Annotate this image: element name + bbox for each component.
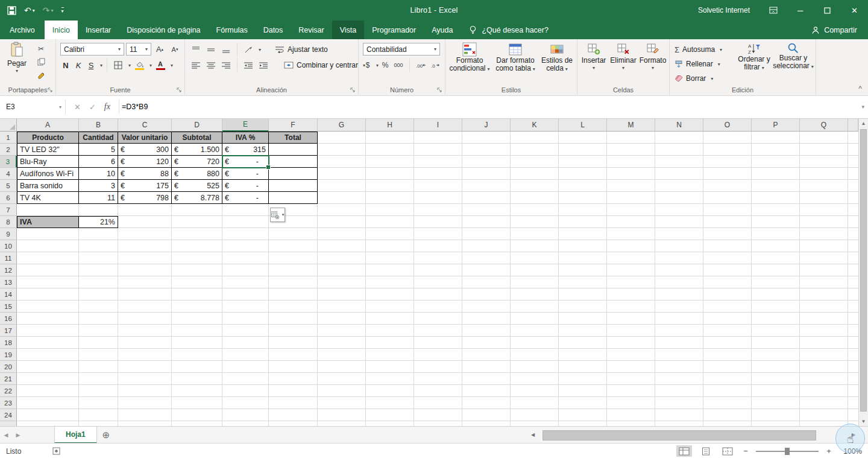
cell-E6[interactable]: €- bbox=[222, 192, 269, 204]
cell-A8[interactable]: IVA bbox=[17, 216, 79, 228]
select-all-corner[interactable] bbox=[0, 118, 17, 132]
row-header-5[interactable]: 5 bbox=[0, 180, 17, 192]
sort-filter-button[interactable]: AZ Ordenar y filtrar▾ bbox=[735, 42, 773, 72]
increase-indent-icon[interactable] bbox=[257, 60, 270, 71]
column-header-B[interactable]: B bbox=[79, 118, 118, 132]
tab-vista[interactable]: Vista bbox=[332, 21, 365, 39]
borders-icon[interactable] bbox=[112, 60, 125, 71]
increase-decimal-icon[interactable]: .00 bbox=[414, 60, 427, 71]
find-dropdown-arrow[interactable]: ▾ bbox=[811, 64, 814, 69]
tab-formulas[interactable]: Fórmulas bbox=[209, 21, 256, 39]
orientation-dropdown-arrow[interactable]: ▾ bbox=[259, 47, 261, 52]
align-top-icon[interactable] bbox=[189, 44, 203, 56]
cell-A3[interactable]: Blu-Ray bbox=[17, 156, 79, 168]
row-header-19[interactable]: 19 bbox=[0, 349, 17, 361]
cell-D5[interactable]: €525 bbox=[172, 180, 222, 192]
tab-insertar[interactable]: Insertar bbox=[78, 21, 119, 39]
delete-dropdown-arrow[interactable]: ▾ bbox=[622, 66, 624, 71]
fill-color-dropdown-arrow[interactable]: ▾ bbox=[149, 63, 152, 68]
column-header-P[interactable]: P bbox=[752, 118, 800, 132]
decrease-indent-icon[interactable] bbox=[242, 60, 255, 71]
undo-button[interactable]: ↶▾ bbox=[24, 5, 35, 15]
cell-A6[interactable]: TV 4K bbox=[17, 192, 79, 204]
clear-button[interactable]: Borrar ▾ bbox=[675, 72, 722, 84]
row-header-14[interactable]: 14 bbox=[0, 288, 17, 301]
column-header-K[interactable]: K bbox=[511, 118, 559, 132]
formula-input[interactable]: =D3*B9 bbox=[122, 103, 148, 111]
confirm-entry-icon[interactable]: ✓ bbox=[89, 103, 96, 112]
page-break-view-icon[interactable] bbox=[720, 445, 735, 457]
row-header-18[interactable]: 18 bbox=[0, 337, 17, 349]
column-header-E[interactable]: E bbox=[222, 118, 269, 132]
row-header-11[interactable]: 11 bbox=[0, 252, 17, 264]
cell-B8[interactable]: 21% bbox=[79, 216, 118, 228]
cut-icon[interactable]: ✂ bbox=[34, 43, 48, 54]
conditional-formatting-button[interactable]: Formato condicional▾ bbox=[448, 42, 491, 73]
merge-center-button[interactable]: Combinar y centrar ▾ bbox=[284, 59, 365, 71]
cell-F6[interactable] bbox=[269, 192, 318, 204]
zoom-in-icon[interactable]: + bbox=[825, 447, 833, 456]
font-size-dropdown-arrow[interactable]: ▾ bbox=[145, 46, 148, 52]
horizontal-scrollbar-thumb[interactable] bbox=[542, 430, 816, 441]
decrease-decimal-icon[interactable]: .0 bbox=[429, 60, 442, 71]
cell-F5[interactable] bbox=[269, 180, 318, 192]
cell-B3[interactable]: 6 bbox=[79, 156, 118, 168]
cell-C5[interactable]: €175 bbox=[118, 180, 172, 192]
redo-button[interactable]: ↷▾ bbox=[43, 5, 54, 15]
copy-icon[interactable] bbox=[34, 56, 48, 68]
tab-disposicion[interactable]: Disposición de página bbox=[119, 21, 208, 39]
cell-D2[interactable]: €1.500 bbox=[172, 144, 222, 156]
font-dialog-launcher-icon[interactable] bbox=[177, 87, 182, 93]
cell-styles-dropdown-arrow[interactable]: ▾ bbox=[565, 66, 568, 72]
cell-E5[interactable]: €- bbox=[222, 180, 269, 192]
column-header-L[interactable]: L bbox=[559, 118, 607, 132]
decrease-font-icon[interactable]: A▾ bbox=[168, 43, 181, 55]
font-color-button[interactable]: A bbox=[154, 61, 167, 70]
format-dropdown-arrow[interactable]: ▾ bbox=[652, 66, 654, 71]
customize-qat-button[interactable]: ▾ bbox=[61, 7, 64, 14]
normal-view-icon[interactable] bbox=[676, 445, 692, 457]
column-header-N[interactable]: N bbox=[655, 118, 703, 132]
sort-dropdown-arrow[interactable]: ▾ bbox=[762, 65, 764, 71]
vertical-scrollbar[interactable]: ▲ ▼ bbox=[858, 118, 868, 426]
align-left-icon[interactable] bbox=[189, 60, 203, 71]
clipboard-dialog-launcher-icon[interactable] bbox=[48, 87, 53, 93]
paste-dropdown-arrow[interactable]: ▾ bbox=[16, 69, 18, 74]
account-name[interactable]: Solvetic Internet bbox=[698, 6, 750, 14]
page-layout-view-icon[interactable] bbox=[698, 445, 714, 457]
comma-style-button[interactable]: 000 bbox=[392, 60, 405, 71]
bold-button[interactable]: N bbox=[60, 61, 71, 70]
column-header-C[interactable]: C bbox=[118, 118, 172, 132]
fill-dropdown-arrow[interactable]: ▾ bbox=[718, 62, 720, 67]
cell-B4[interactable]: 10 bbox=[79, 168, 118, 180]
accounting-format-button[interactable]: $ bbox=[363, 60, 373, 71]
cell-D3[interactable]: €720 bbox=[172, 156, 222, 168]
tell-me-search[interactable]: ¿Qué desea hacer? bbox=[469, 21, 549, 39]
column-header-M[interactable]: M bbox=[607, 118, 655, 132]
column-header-O[interactable]: O bbox=[703, 118, 752, 132]
cell-B6[interactable]: 11 bbox=[79, 192, 118, 204]
tab-programador[interactable]: Programador bbox=[364, 21, 424, 39]
align-bottom-icon[interactable] bbox=[219, 44, 233, 56]
cell-C1[interactable]: Valor unitario bbox=[118, 132, 172, 144]
cancel-entry-icon[interactable]: ✕ bbox=[74, 103, 81, 112]
cell-E4[interactable]: €- bbox=[222, 168, 269, 180]
cell-C3[interactable]: €120 bbox=[118, 156, 172, 168]
fill-color-button[interactable] bbox=[133, 61, 146, 70]
insert-function-icon[interactable]: fx bbox=[104, 102, 110, 112]
cell-F1[interactable]: Total bbox=[269, 132, 318, 144]
clear-dropdown-arrow[interactable]: ▾ bbox=[711, 76, 713, 81]
row-header-6[interactable]: 6 bbox=[0, 192, 17, 204]
underline-dropdown-arrow[interactable]: ▾ bbox=[100, 63, 102, 68]
row-header-13[interactable]: 13 bbox=[0, 276, 17, 288]
save-icon[interactable] bbox=[7, 6, 16, 15]
conditional-dropdown-arrow[interactable]: ▾ bbox=[488, 66, 490, 72]
tab-archivo[interactable]: Archivo bbox=[0, 21, 45, 39]
grid-body[interactable]: 123456789101112131415161718192021222324 … bbox=[0, 132, 858, 426]
format-as-table-button[interactable]: Dar formato como tabla▾ bbox=[492, 42, 538, 73]
row-header-20[interactable]: 20 bbox=[0, 361, 17, 373]
close-button[interactable]: ✕ bbox=[841, 0, 868, 21]
cell-styles-button[interactable]: Estilos de celda▾ bbox=[539, 42, 574, 73]
cell-F2[interactable] bbox=[269, 144, 318, 156]
format-table-dropdown-arrow[interactable]: ▾ bbox=[533, 66, 535, 72]
